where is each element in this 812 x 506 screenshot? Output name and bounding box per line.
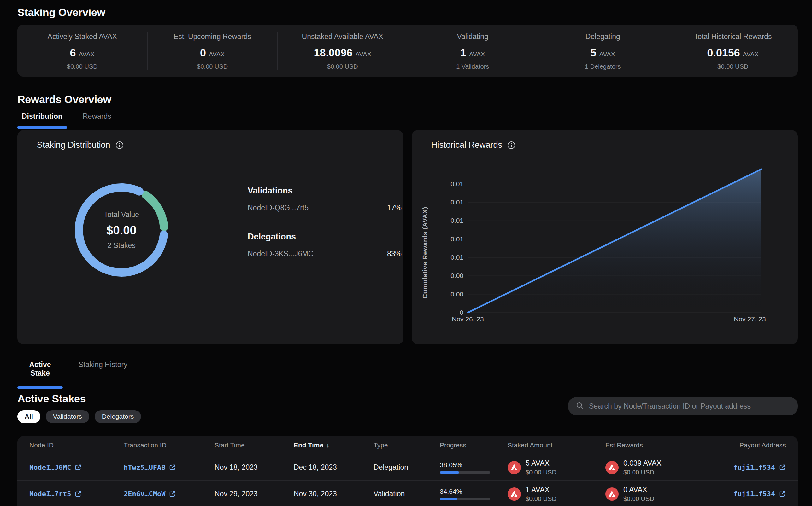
validation-node-id: NodeID-Q8G...7rt5 xyxy=(248,203,309,212)
stat-label: Delegating xyxy=(586,32,620,41)
staked-amount-cell: 5 AVAX$0.00 USD xyxy=(508,459,605,476)
y-tick-label: 0.01 xyxy=(412,216,463,225)
progress-cell: 38.05% xyxy=(440,461,508,474)
stat-value: 0.0156 xyxy=(707,47,740,59)
info-icon[interactable] xyxy=(116,141,124,149)
stat-actively-staked: Actively Staked AVAX 6AVAX $0.00 USD xyxy=(17,32,147,70)
avax-token-icon xyxy=(508,487,521,501)
end-time-cell: Nov 30, 2023 xyxy=(294,490,374,498)
stat-label: Unstaked Available AVAX xyxy=(302,32,383,41)
header-start-time[interactable]: Start Time xyxy=(214,441,294,449)
avax-token-icon xyxy=(605,487,619,501)
node-id-link[interactable]: NodeI…7rt5 xyxy=(29,490,82,498)
external-link-icon xyxy=(74,490,82,498)
node-id-link[interactable]: NodeI…J6MC xyxy=(29,463,82,471)
rewards-overview-title: Rewards Overview xyxy=(17,93,111,105)
stat-value: 6 xyxy=(70,47,76,59)
stat-label: Total Historical Rewards xyxy=(694,32,772,41)
transaction-id-link[interactable]: hTwz5…UFAB xyxy=(124,463,176,471)
donut-center-text: Total Value $0.00 2 Stakes xyxy=(73,181,171,279)
est-rewards-cell: 0.039 AVAX$0.00 USD xyxy=(605,459,734,476)
validation-percent: 17% xyxy=(387,203,402,212)
filter-validators[interactable]: Validators xyxy=(46,410,89,423)
y-tick-label: 0.00 xyxy=(412,271,463,280)
y-tick-label: 0.01 xyxy=(412,253,463,262)
y-tick-label: 0.00 xyxy=(412,290,463,299)
page-title: Staking Overview xyxy=(17,6,106,19)
search-icon xyxy=(576,401,584,411)
header-progress[interactable]: Progress xyxy=(440,441,508,449)
external-link-icon xyxy=(169,490,176,498)
header-end-time[interactable]: End Time↓ xyxy=(294,441,374,449)
table-row: NodeI…J6MC hTwz5…UFAB Nov 18, 2023 Dec 1… xyxy=(17,454,798,481)
stat-total-historical-rewards: Total Historical Rewards 0.0156AVAX $0.0… xyxy=(668,32,798,70)
delegations-group-title: Delegations xyxy=(248,232,402,241)
y-tick-label: 0.01 xyxy=(412,198,463,207)
payout-address-link[interactable]: fuji1…f534 xyxy=(734,463,786,471)
header-type[interactable]: Type xyxy=(374,441,440,449)
stat-unstaked-available: Unstaked Available AVAX 18.0096AVAX $0.0… xyxy=(277,32,408,70)
stat-upcoming-rewards: Est. Upcoming Rewards 0AVAX $0.00 USD xyxy=(147,32,278,70)
filter-all[interactable]: All xyxy=(17,410,41,423)
delegation-percent: 83% xyxy=(387,249,402,258)
stat-unit: AVAX xyxy=(79,51,95,58)
est-avax: 0.039 AVAX xyxy=(623,459,662,468)
active-stakes-table: Node ID Transaction ID Start Time End Ti… xyxy=(17,436,798,506)
est-rewards-cell: 0 AVAX$0.00 USD xyxy=(605,486,734,503)
header-transaction-id[interactable]: Transaction ID xyxy=(124,441,214,449)
stake-filters: All Validators Delegators xyxy=(17,410,141,423)
search-bar xyxy=(568,397,798,415)
tab-staking-history[interactable]: Staking History xyxy=(74,360,132,388)
avax-token-icon xyxy=(508,461,521,474)
type-cell: Delegation xyxy=(374,463,440,472)
end-time-cell: Dec 18, 2023 xyxy=(294,463,374,472)
progress-bar xyxy=(440,498,490,500)
y-axis-tick-labels: 00.000.000.010.010.010.010.01 xyxy=(412,170,463,313)
header-est-rewards[interactable]: Est Rewards xyxy=(605,441,739,449)
stat-label: Est. Upcoming Rewards xyxy=(174,32,252,41)
stake-tabs: Active Stake Staking History xyxy=(17,360,798,388)
stat-validating: Validating 1AVAX 1 Validators xyxy=(408,32,538,70)
staked-usd: $0.00 USD xyxy=(526,495,556,503)
stat-sub: $0.00 USD xyxy=(197,63,228,70)
start-time-cell: Nov 29, 2023 xyxy=(214,490,294,498)
external-link-icon xyxy=(779,490,786,498)
header-payout-address[interactable]: Payout Address xyxy=(739,441,786,449)
stat-sub: 1 Delegators xyxy=(585,63,620,70)
x-tick-start: Nov 26, 23 xyxy=(452,315,484,323)
search-input[interactable] xyxy=(589,402,790,411)
historical-rewards-area-chart xyxy=(468,170,761,313)
stat-label: Actively Staked AVAX xyxy=(48,32,117,41)
stat-unit: AVAX xyxy=(209,51,225,58)
tab-rewards[interactable]: Rewards xyxy=(78,112,116,129)
stat-sub: 1 Validators xyxy=(456,63,489,70)
est-usd: $0.00 USD xyxy=(623,495,654,503)
header-node-id[interactable]: Node ID xyxy=(29,441,124,449)
stat-unit: AVAX xyxy=(599,51,615,58)
stat-sub: $0.00 USD xyxy=(67,63,98,70)
stat-sub: $0.00 USD xyxy=(717,63,748,70)
external-link-icon xyxy=(74,464,82,471)
header-staked-amount[interactable]: Staked Amount xyxy=(508,441,605,449)
donut-total-label: Total Value xyxy=(104,210,139,219)
stat-value: 5 xyxy=(591,47,597,59)
staking-distribution-title: Staking Distribution xyxy=(37,140,111,150)
filter-delegators[interactable]: Delegators xyxy=(95,410,141,423)
staking-overview-stats: Actively Staked AVAX 6AVAX $0.00 USD Est… xyxy=(17,24,798,77)
y-tick-label: 0.01 xyxy=(412,180,463,188)
active-stakes-title: Active Stakes xyxy=(17,393,86,405)
donut-stakes-count: 2 Stakes xyxy=(107,241,136,250)
stat-value: 18.0096 xyxy=(314,47,353,59)
tab-active-stake[interactable]: Active Stake xyxy=(17,360,63,388)
staked-usd: $0.00 USD xyxy=(526,469,556,476)
info-icon[interactable] xyxy=(507,141,516,149)
external-link-icon xyxy=(169,464,176,471)
delegation-item: NodeID-3KS...J6MC 83% xyxy=(248,249,402,258)
type-cell: Validation xyxy=(374,490,440,498)
tab-distribution[interactable]: Distribution xyxy=(17,112,67,129)
stat-delegating: Delegating 5AVAX 1 Delegators xyxy=(538,32,668,70)
transaction-id-link[interactable]: 2EnGv…CMoW xyxy=(124,490,176,498)
stat-value: 0 xyxy=(200,47,206,59)
payout-address-link[interactable]: fuji1…f534 xyxy=(734,490,786,498)
staked-avax: 1 AVAX xyxy=(526,486,556,494)
